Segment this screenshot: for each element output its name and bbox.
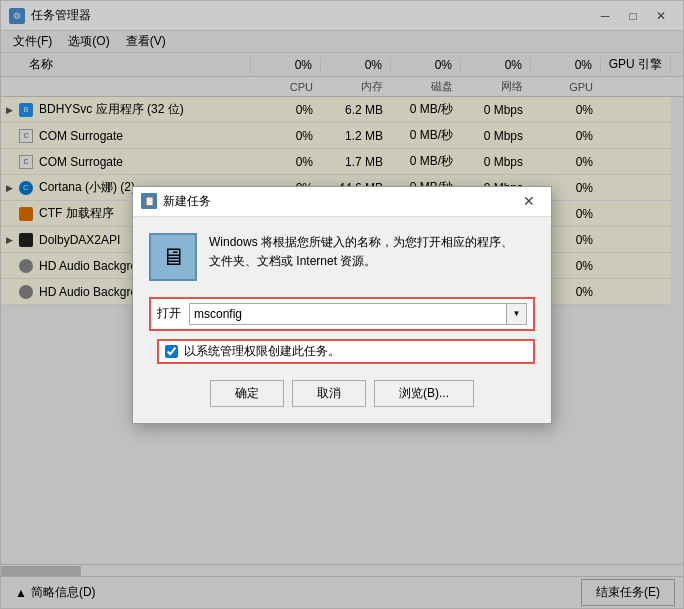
- admin-checkbox[interactable]: [165, 345, 178, 358]
- dialog-title-bar: 📋 新建任务 ✕: [133, 187, 551, 217]
- open-input[interactable]: [189, 303, 507, 325]
- new-task-dialog: 📋 新建任务 ✕ 🖥 Windows 将根据您所键入的名称，为您打开相应的程序、…: [132, 186, 552, 424]
- dialog-description: Windows 将根据您所键入的名称，为您打开相应的程序、文件夹、文档或 Int…: [209, 233, 513, 271]
- dialog-icon: 📋: [141, 193, 157, 209]
- main-window: ⚙ 任务管理器 ─ □ ✕ 文件(F) 选项(O) 查看(V) 名称 0% 0%…: [0, 0, 684, 609]
- checkbox-label: 以系统管理权限创建此任务。: [184, 343, 340, 360]
- dialog-buttons: 确定 取消 浏览(B)...: [149, 380, 535, 407]
- ok-button[interactable]: 确定: [210, 380, 284, 407]
- dialog-body: 🖥 Windows 将根据您所键入的名称，为您打开相应的程序、文件夹、文档或 I…: [133, 217, 551, 423]
- browse-button[interactable]: 浏览(B)...: [374, 380, 474, 407]
- dialog-input-row[interactable]: 打开 ▼: [149, 297, 535, 331]
- cancel-button[interactable]: 取消: [292, 380, 366, 407]
- dropdown-arrow[interactable]: ▼: [507, 303, 527, 325]
- dialog-computer-icon: 🖥: [149, 233, 197, 281]
- dialog-overlay: 📋 新建任务 ✕ 🖥 Windows 将根据您所键入的名称，为您打开相应的程序、…: [1, 1, 683, 608]
- dialog-title: 新建任务: [163, 193, 515, 210]
- dialog-checkbox-row[interactable]: 以系统管理权限创建此任务。: [157, 339, 535, 364]
- open-label: 打开: [157, 305, 181, 322]
- dialog-top-section: 🖥 Windows 将根据您所键入的名称，为您打开相应的程序、文件夹、文档或 I…: [149, 233, 535, 281]
- dialog-close-button[interactable]: ✕: [515, 187, 543, 215]
